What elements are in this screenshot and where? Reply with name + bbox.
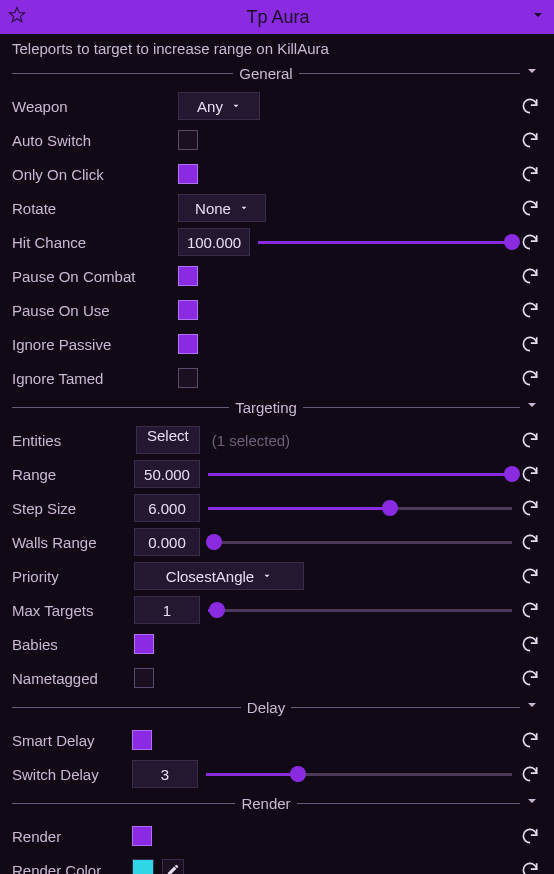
reset-button[interactable] — [520, 96, 540, 116]
hit-chance-input[interactable] — [178, 228, 250, 256]
reset-button[interactable] — [520, 860, 540, 874]
reset-button[interactable] — [520, 532, 540, 552]
render-label: Render — [12, 828, 124, 845]
color-picker-button[interactable] — [162, 859, 184, 874]
reset-button[interactable] — [520, 730, 540, 750]
titlebar: Tp Aura — [0, 0, 554, 34]
weapon-select-value: Any — [197, 98, 223, 115]
entities-select-button[interactable]: Select — [136, 426, 200, 454]
reset-button[interactable] — [520, 164, 540, 184]
weapon-label: Weapon — [12, 98, 170, 115]
section-label: Delay — [241, 699, 291, 716]
auto-switch-checkbox[interactable] — [178, 130, 198, 150]
ignore-passive-checkbox[interactable] — [178, 334, 198, 354]
reset-button[interactable] — [520, 464, 540, 484]
svg-marker-0 — [10, 8, 25, 22]
ignore-tamed-label: Ignore Tamed — [12, 370, 170, 387]
reset-button[interactable] — [520, 430, 540, 450]
reset-button[interactable] — [520, 566, 540, 586]
reset-button[interactable] — [520, 334, 540, 354]
section-delay[interactable]: Delay — [12, 697, 540, 717]
reset-button[interactable] — [520, 368, 540, 388]
entities-label: Entities — [12, 432, 128, 449]
pause-on-use-label: Pause On Use — [12, 302, 170, 319]
section-label: General — [233, 65, 298, 82]
collapse-caret-icon[interactable] — [530, 7, 546, 27]
max-targets-slider[interactable] — [208, 600, 512, 620]
max-targets-label: Max Targets — [12, 602, 126, 619]
entities-hint: (1 selected) — [212, 432, 290, 449]
max-targets-input[interactable] — [134, 596, 200, 624]
reset-button[interactable] — [520, 198, 540, 218]
reset-button[interactable] — [520, 130, 540, 150]
render-color-label: Render Color — [12, 862, 124, 875]
walls-range-label: Walls Range — [12, 534, 126, 551]
reset-button[interactable] — [520, 826, 540, 846]
pause-on-combat-label: Pause On Combat — [12, 268, 170, 285]
switch-delay-label: Switch Delay — [12, 766, 124, 783]
reset-button[interactable] — [520, 232, 540, 252]
reset-button[interactable] — [520, 764, 540, 784]
walls-range-input[interactable] — [134, 528, 200, 556]
babies-label: Babies — [12, 636, 126, 653]
ignore-tamed-checkbox[interactable] — [178, 368, 198, 388]
reset-button[interactable] — [520, 300, 540, 320]
settings-panel: Teleports to target to increase range on… — [0, 34, 554, 874]
only-on-click-checkbox[interactable] — [178, 164, 198, 184]
rotate-label: Rotate — [12, 200, 170, 217]
step-size-slider[interactable] — [208, 498, 512, 518]
pause-on-use-checkbox[interactable] — [178, 300, 198, 320]
nametagged-checkbox[interactable] — [134, 668, 154, 688]
rotate-select[interactable]: None — [178, 194, 266, 222]
switch-delay-slider[interactable] — [206, 764, 512, 784]
reset-button[interactable] — [520, 498, 540, 518]
step-size-input[interactable] — [134, 494, 200, 522]
walls-range-slider[interactable] — [208, 532, 512, 552]
section-general[interactable]: General — [12, 63, 540, 83]
smart-delay-checkbox[interactable] — [132, 730, 152, 750]
render-color-swatch[interactable] — [132, 859, 154, 874]
step-size-label: Step Size — [12, 500, 126, 517]
chevron-down-icon — [262, 571, 272, 581]
section-targeting[interactable]: Targeting — [12, 397, 540, 417]
section-caret-icon — [524, 697, 540, 717]
reset-button[interactable] — [520, 668, 540, 688]
ignore-passive-label: Ignore Passive — [12, 336, 170, 353]
section-label: Targeting — [229, 399, 303, 416]
priority-label: Priority — [12, 568, 126, 585]
section-render[interactable]: Render — [12, 793, 540, 813]
nametagged-label: Nametagged — [12, 670, 126, 687]
weapon-select[interactable]: Any — [178, 92, 260, 120]
reset-button[interactable] — [520, 600, 540, 620]
section-caret-icon — [524, 397, 540, 417]
range-label: Range — [12, 466, 126, 483]
chevron-down-icon — [239, 203, 249, 213]
render-checkbox[interactable] — [132, 826, 152, 846]
module-title: Tp Aura — [26, 7, 530, 28]
priority-select-value: ClosestAngle — [166, 568, 254, 585]
reset-button[interactable] — [520, 266, 540, 286]
auto-switch-label: Auto Switch — [12, 132, 170, 149]
pencil-icon — [166, 863, 180, 874]
section-caret-icon — [524, 63, 540, 83]
smart-delay-label: Smart Delay — [12, 732, 124, 749]
section-caret-icon — [524, 793, 540, 813]
pause-on-combat-checkbox[interactable] — [178, 266, 198, 286]
rotate-select-value: None — [195, 200, 231, 217]
hit-chance-label: Hit Chance — [12, 234, 170, 251]
only-on-click-label: Only On Click — [12, 166, 170, 183]
chevron-down-icon — [231, 101, 241, 111]
hit-chance-slider[interactable] — [258, 232, 512, 252]
reset-button[interactable] — [520, 634, 540, 654]
range-input[interactable] — [134, 460, 200, 488]
range-slider[interactable] — [208, 464, 512, 484]
babies-checkbox[interactable] — [134, 634, 154, 654]
favorite-star-icon[interactable] — [8, 6, 26, 28]
priority-select[interactable]: ClosestAngle — [134, 562, 304, 590]
switch-delay-input[interactable] — [132, 760, 198, 788]
module-description: Teleports to target to increase range on… — [12, 40, 540, 57]
section-label: Render — [235, 795, 296, 812]
